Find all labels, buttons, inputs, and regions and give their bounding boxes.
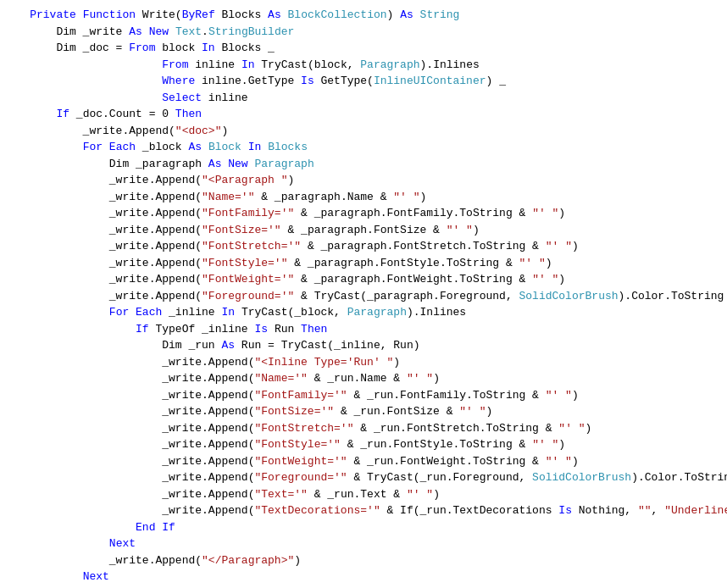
token-plain: _write.Append(	[3, 125, 175, 137]
code-line: _write.Append("</Paragraph>")	[0, 552, 727, 569]
code-line: _write.Append("Name='" & _run.Name & "' …	[0, 370, 727, 387]
code-line: For Each _block As Block In Blocks	[0, 139, 727, 156]
code-line: For Each _inline In TryCast(_block, Para…	[0, 304, 727, 321]
token-kw: Then	[175, 108, 202, 120]
token-plain: )	[572, 455, 579, 468]
token-plain: )	[433, 488, 440, 501]
token-plain: )	[420, 191, 427, 203]
code-line: _write.Append("FontFamily='" & _paragrap…	[0, 205, 727, 222]
token-plain: _write.Append(	[3, 356, 254, 369]
token-plain: )	[294, 554, 301, 567]
token-plain: Dim _run	[3, 339, 221, 352]
code-text: _write.Append("FontFamily='" & _paragrap…	[3, 205, 724, 222]
token-type: Block	[208, 141, 241, 153]
code-line: Next	[0, 535, 727, 552]
code-line: _write.Append("<doc>")	[0, 123, 727, 140]
code-text: End If	[3, 519, 724, 536]
token-type: SolidColorBrush	[532, 471, 631, 484]
code-text: For Each _block As Block In Blocks	[3, 139, 724, 156]
token-plain: _write.Append(	[3, 405, 254, 418]
code-line: _write.Append("FontWeight='" & _run.Font…	[0, 453, 727, 470]
code-line: _write.Append("FontFamily='" & _run.Font…	[0, 387, 727, 404]
token-kw: ByRef	[182, 8, 215, 21]
token-plain: _write.Append(	[3, 471, 254, 484]
code-line: Next	[0, 569, 727, 585]
token-plain: ).Inlines	[407, 306, 466, 319]
token-str: "FontWeight='"	[254, 455, 347, 468]
token-kw: In	[202, 42, 215, 54]
token-plain: ).Color.ToString &	[631, 471, 727, 484]
code-text: Dim _doc = From block In Blocks _	[3, 40, 724, 57]
token-plain: Run	[268, 323, 301, 336]
code-text: _write.Append("FontSize='" & _run.FontSi…	[3, 403, 724, 420]
token-str: "FontFamily='"	[254, 389, 347, 402]
token-plain	[3, 570, 83, 583]
token-plain: _inline	[162, 306, 221, 319]
code-text: _write.Append("</doc>")	[3, 585, 724, 589]
token-kw: In	[221, 306, 235, 319]
token-kw: If	[56, 108, 69, 120]
token-plain: _write.Append(	[3, 438, 254, 451]
token-plain: )	[221, 125, 228, 137]
token-plain: _write.Append(	[3, 207, 202, 219]
token-plain: inline	[202, 92, 248, 104]
token-kw: Is	[558, 504, 572, 517]
token-type: String	[420, 8, 460, 21]
token-str: "' "	[546, 389, 572, 402]
token-plain: inline.GetType	[195, 75, 301, 87]
code-text: _write.Append("FontStretch='" & _run.Fon…	[3, 420, 724, 437]
token-plain: )	[287, 174, 294, 186]
token-plain	[142, 25, 149, 38]
code-text: _write.Append("FontSize='" & _paragraph.…	[3, 222, 724, 239]
code-text: _write.Append("Name='" & _paragraph.Name…	[3, 189, 724, 206]
token-plain	[413, 8, 420, 21]
code-text: _write.Append("FontWeight='" & _paragrap…	[3, 271, 724, 288]
token-plain: _write.Append(	[3, 257, 202, 269]
token-plain: _write.Append(	[3, 389, 254, 402]
token-kw: New	[149, 25, 169, 38]
code-text: Next	[3, 569, 724, 585]
token-kw: As	[400, 8, 413, 21]
token-str: "FontStretch='"	[254, 422, 353, 435]
token-plain: ) _	[486, 75, 506, 87]
code-text: From inline In TryCast(block, Paragraph)…	[3, 57, 724, 74]
token-plain: )	[546, 257, 552, 269]
token-type: Paragraph	[347, 306, 407, 319]
token-str: "' "	[532, 438, 558, 451]
token-plain	[3, 521, 136, 534]
code-line: _write.Append("Text='" & _run.Text & "' …	[0, 486, 727, 503]
code-line: _write.Append("FontSize='" & _run.FontSi…	[0, 403, 727, 420]
token-plain: _write.Append(	[3, 240, 202, 252]
token-plain: _write.Append(	[3, 273, 202, 286]
token-plain	[3, 306, 109, 319]
token-kw: In	[248, 141, 262, 153]
code-line: Dim _run As Run = TryCast(_inline, Run)	[0, 337, 727, 354]
token-plain: & _run.FontFamily.ToString &	[347, 389, 546, 402]
token-kw: Select	[162, 92, 202, 104]
token-plain: )	[558, 273, 565, 286]
token-plain: Dim _write	[3, 25, 129, 38]
token-str: "Underline"	[664, 504, 727, 517]
token-plain: Blocks	[215, 8, 268, 21]
token-str: "FontSize='"	[202, 224, 281, 236]
token-type: Paragraph	[254, 158, 314, 170]
code-line: If _doc.Count = 0 Then	[0, 106, 727, 123]
token-plain	[3, 92, 162, 104]
token-plain: _write.Append(	[3, 554, 202, 567]
code-text: _write.Append("FontStyle='" & _paragraph…	[3, 255, 724, 272]
token-type: Blocks	[268, 141, 308, 153]
token-str: "Name='"	[202, 191, 254, 203]
token-plain: )	[433, 372, 440, 385]
token-kw: As	[129, 25, 142, 38]
code-line: _write.Append("FontStyle='" & _run.FontS…	[0, 436, 727, 453]
code-line: _write.Append("<Paragraph ")	[0, 172, 727, 189]
token-plain: & _run.Text &	[308, 488, 407, 501]
code-line: Private Function Write(ByRef Blocks As B…	[0, 7, 727, 24]
token-plain: & TryCast(_paragraph.Foreground,	[294, 290, 519, 302]
token-kw: Each	[109, 141, 136, 153]
code-text: _write.Append("<doc>")	[3, 123, 724, 140]
token-plain: _doc.Count = 0	[69, 108, 175, 120]
code-text: _write.Append("Text='" & _run.Text & "' …	[3, 486, 724, 503]
token-plain: & _paragraph.FontFamily.ToString &	[294, 207, 532, 219]
token-plain: )	[572, 240, 579, 252]
